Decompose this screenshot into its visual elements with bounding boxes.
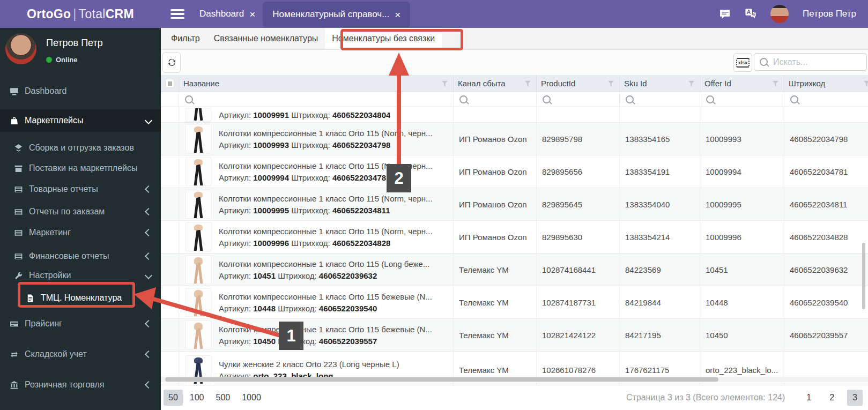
filter-funnel-icon[interactable]: [687, 79, 695, 87]
tab-filter[interactable]: Фильтр: [164, 28, 207, 49]
page-size-50[interactable]: 50: [164, 390, 183, 406]
filter-funnel-icon[interactable]: [607, 79, 615, 87]
sidebar-item-marketing[interactable]: Маркетинг: [0, 222, 161, 243]
table-row[interactable]: Колготки компрессионные 1 класс Orto 115…: [161, 188, 868, 221]
column-header-name[interactable]: Название: [179, 75, 454, 92]
row-select-cell[interactable]: [161, 221, 179, 253]
sidebar-item-tmc-nomenclature[interactable]: ТМЦ. Номенклатура: [0, 287, 161, 309]
sidebar-item-warehouse-accounting[interactable]: Складской учет: [0, 344, 161, 365]
filter-cell: [161, 92, 179, 107]
column-header-channel[interactable]: Канал сбыта: [454, 75, 537, 92]
page-size-1000[interactable]: 1000: [237, 390, 266, 406]
sidebar-item-order-reports[interactable]: Отчеты по заказам: [0, 201, 161, 222]
hamburger-menu-icon[interactable]: [170, 9, 184, 19]
tab-nomenclature-directory[interactable]: Номенклатурный справоч... ×: [263, 2, 410, 27]
tab-linked-nomenclatures[interactable]: Связанные номенклатуры: [207, 28, 325, 49]
sidebar-item-label: Складской учет: [25, 349, 87, 359]
row-select-cell[interactable]: [161, 188, 179, 220]
wrench-icon: [14, 271, 23, 280]
sidebar-item-dashboard[interactable]: Dashboard: [0, 80, 161, 102]
sidebar-user-avatar[interactable]: [5, 33, 36, 64]
filter-funnel-icon[interactable]: [441, 79, 449, 87]
column-header-barcode[interactable]: Штрихкод: [784, 75, 868, 92]
product-thumbnail: [186, 255, 211, 284]
chat-icon[interactable]: [719, 8, 731, 20]
row-select-cell[interactable]: [161, 352, 179, 388]
row-select-cell[interactable]: [161, 286, 179, 318]
cell-offerid: 10450: [700, 319, 784, 351]
tab-close-icon[interactable]: ×: [249, 9, 255, 19]
sidebar-item-label: Dashboard: [25, 86, 66, 96]
row-select-cell[interactable]: [161, 123, 179, 155]
column-header-offerid[interactable]: Offer Id: [700, 75, 784, 92]
translate-icon[interactable]: [745, 8, 756, 20]
table-row[interactable]: Колготки компрессионные 1 класс Orto 115…: [161, 123, 868, 155]
scrollbar-thumb[interactable]: [165, 377, 718, 382]
sidebar-item-product-reports[interactable]: Товарные отчеты: [0, 178, 161, 200]
table-icon: [14, 207, 23, 217]
filter-cell-skuid[interactable]: [620, 92, 700, 107]
table-row[interactable]: Колготки компрессионные 1 класс Orto 115…: [161, 155, 868, 188]
product-meta: Артикул: 10450 Штрихкод: 4606522039557: [219, 337, 432, 346]
filter-cell-channel[interactable]: [454, 92, 537, 107]
cell-skuid: 84217195: [620, 319, 700, 351]
tab-close-icon[interactable]: ×: [395, 10, 400, 20]
sidebar-item-marketplaces[interactable]: Маркетплейсы: [0, 109, 161, 132]
page-1[interactable]: 1: [801, 390, 817, 406]
sidebar-item-pricing[interactable]: Прайсинг: [0, 313, 161, 334]
filter-cell-barcode[interactable]: [784, 92, 868, 107]
cell-barcode: 4606522034781: [784, 155, 868, 188]
sidebar-item-settings[interactable]: Настройки: [0, 265, 161, 286]
cell-barcode: 4606522039557: [784, 319, 868, 351]
table-row[interactable]: Артикул: 10009991 Штрихкод: 460652203480…: [161, 107, 868, 123]
archive-box-icon: [14, 164, 23, 173]
cell-channel: [454, 107, 537, 122]
chevron-left-icon: [145, 208, 152, 215]
product-name: Колготки компрессионные 1 класс Orto 115…: [219, 161, 433, 170]
export-xlsx-button[interactable]: xlsx: [733, 53, 752, 72]
table-row[interactable]: Колготки компрессионные 1 класс Orto 115…: [161, 254, 868, 286]
header-user-name[interactable]: Петров Петр: [803, 9, 856, 19]
column-header-productid[interactable]: ProductId: [537, 75, 620, 92]
filter-funnel-icon[interactable]: [524, 79, 532, 87]
table-row[interactable]: Колготки компрессионные 1 класс Orto 115…: [161, 319, 868, 352]
search-icon: [760, 58, 768, 66]
pagination-bar: 50 100 500 1000 Страница 3 из 3 (Всего э…: [161, 385, 868, 410]
sidebar-item-marketplace-supplies[interactable]: Поставки на маркетплейсы: [0, 158, 161, 179]
page-size-500[interactable]: 500: [211, 390, 235, 406]
sidebar-item-financial-reports[interactable]: Финансовые отчеты: [0, 245, 161, 267]
filter-funnel-icon[interactable]: [771, 79, 780, 87]
search-input[interactable]: [772, 57, 861, 68]
table-row[interactable]: Чулки женские 2 класс Orto 223 (Long чер…: [161, 352, 868, 389]
sidebar-item-retail-trade[interactable]: Розничная торговля: [0, 374, 161, 396]
sidebar-item-order-assembly[interactable]: Сборка и отгрузка заказов: [0, 137, 161, 159]
row-select-cell[interactable]: [161, 107, 179, 122]
chevron-down-icon: [145, 117, 152, 124]
user-avatar[interactable]: [770, 5, 789, 23]
filter-funnel-icon[interactable]: [863, 79, 868, 87]
row-select-cell[interactable]: [161, 155, 179, 188]
tab-unlinked-nomenclatures[interactable]: Номенклатуры без связки: [325, 28, 442, 49]
horizontal-scrollbar[interactable]: [161, 377, 868, 382]
product-name: Чулки женские 2 класс Orto 223 (Long чер…: [219, 360, 399, 369]
sidebar-item-label: Маркетплейсы: [25, 116, 84, 125]
column-header-skuid[interactable]: Sku Id: [620, 75, 700, 92]
chevron-left-icon: [145, 185, 152, 193]
select-all-checkbox[interactable]: [161, 75, 179, 92]
table-row[interactable]: Колготки компрессионные 1 класс Orto 115…: [161, 221, 868, 254]
row-select-cell[interactable]: [161, 254, 179, 286]
product-name: Колготки компрессионные 1 класс Orto 115…: [219, 129, 433, 138]
filter-cell-name[interactable]: [179, 92, 454, 107]
tab-dashboard[interactable]: Dashboard ×: [192, 0, 263, 28]
page-3[interactable]: 3: [847, 390, 863, 406]
page-size-100[interactable]: 100: [185, 390, 209, 406]
filter-cell-productid[interactable]: [537, 92, 620, 107]
vertical-scrollbar[interactable]: [862, 243, 865, 309]
filter-cell-offerid[interactable]: [700, 92, 784, 107]
toolbar: xlsx: [161, 50, 868, 75]
refresh-button[interactable]: [162, 52, 181, 73]
table-row[interactable]: Колготки компрессионные 1 класс Orto 115…: [161, 286, 868, 319]
page-2[interactable]: 2: [824, 390, 840, 406]
row-select-cell[interactable]: [161, 319, 179, 351]
shopping-bag-icon: [10, 116, 19, 125]
